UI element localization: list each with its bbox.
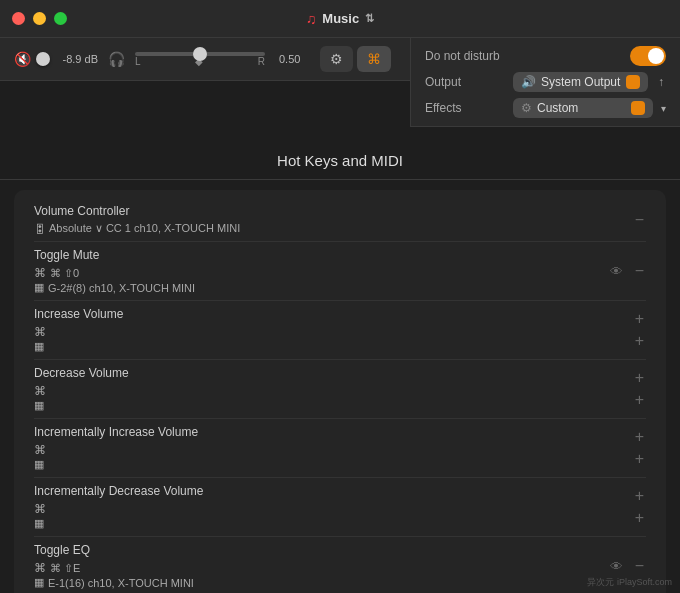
hk-name: Toggle Mute [34,248,195,262]
list-item: Increase Volume ⌘ ▦ + + [34,301,646,360]
hk-name: Increase Volume [34,307,123,321]
list-item: Incrementally Decrease Volume ⌘ ▦ + + [34,478,646,537]
hk-row: Toggle EQ ⌘ ⌘ ⇧E ▦ E-1(16) ch10, X-TOUCH… [34,543,646,589]
hk-shortcut-midi: ▦ [34,340,123,353]
hk-minus-button[interactable]: − [633,262,646,280]
balance-left-label: L [135,56,141,67]
hk-row: Increase Volume ⌘ ▦ + + [34,307,646,353]
hk-shortcuts: Toggle Mute ⌘ ⌘ ⇧0 ▦ G-2#(8) ch10, X-TOU… [34,248,195,294]
title-bar: ♫ Music ⇅ [0,0,680,38]
cmd-icon: ⌘ [34,443,46,457]
volume-thumb[interactable] [36,52,50,66]
hk-actions: 👁 − [608,557,646,575]
list-item: Incrementally Increase Volume ⌘ ▦ + + [34,419,646,478]
hk-plus-button[interactable]: + [633,509,646,527]
headphone-icon: 🎧 [108,51,125,67]
list-item: Toggle EQ ⌘ ⌘ ⇧E ▦ E-1(16) ch10, X-TOUCH… [34,537,646,593]
hk-actions: + + [633,369,646,409]
effects-row: Effects ⚙ Custom ▾ [425,98,666,118]
app-title: ♫ Music ⇅ [306,11,374,27]
hk-plus-button[interactable]: + [633,487,646,505]
hk-minus-button[interactable]: − [633,211,646,229]
hk-name: Incrementally Decrease Volume [34,484,203,498]
dnd-toggle-track[interactable] [630,46,666,66]
balance-thumb[interactable] [193,47,207,61]
minimize-button[interactable] [33,12,46,25]
hk-shortcuts: Incrementally Decrease Volume ⌘ ▦ [34,484,203,530]
hk-shortcut-text: ⌘ ⇧0 [50,267,79,280]
cmd-icon: ⌘ [34,384,46,398]
hk-shortcut: ⌘ ⌘ ⇧E [34,561,194,575]
hk-row: Decrease Volume ⌘ ▦ + + [34,366,646,412]
midi-icon: ▦ [34,281,44,294]
hk-eye-button[interactable]: 👁 [608,264,625,279]
right-panel: Do not disturb Output 🔊 System Output ↑ … [410,38,680,127]
list-item: Decrease Volume ⌘ ▦ + + [34,360,646,419]
effects-value: Custom [537,101,578,115]
dnd-toggle[interactable] [630,46,666,66]
speaker-icon: 🔊 [521,75,536,89]
hk-plus-button[interactable]: + [633,450,646,468]
hk-eye-button[interactable]: 👁 [608,559,625,574]
hk-row: Toggle Mute ⌘ ⌘ ⇧0 ▦ G-2#(8) ch10, X-TOU… [34,248,646,294]
hk-shortcut: ⌘ [34,384,129,398]
hotkeys-list: Volume Controller 🎛 Absolute ∨ CC 1 ch10… [14,190,666,593]
hk-shortcut-text: ⌘ ⇧E [50,562,80,575]
midi-icon: ▦ [34,399,44,412]
equalizer-tab[interactable]: ⚙ [320,46,353,72]
mute-icon[interactable]: 🔇 [14,51,31,67]
hk-shortcut: 🎛 Absolute ∨ CC 1 ch10, X-TOUCH MINI [34,222,240,235]
midi-icon: ▦ [34,340,44,353]
hk-plus-button[interactable]: + [633,369,646,387]
close-button[interactable] [12,12,25,25]
cmd-icon: ⌘ [34,325,46,339]
hk-actions: + + [633,428,646,468]
hk-plus-button[interactable]: + [633,310,646,328]
hk-plus-button[interactable]: + [633,391,646,409]
cmd-icon: ⌘ [34,502,46,516]
list-item: Toggle Mute ⌘ ⌘ ⇧0 ▦ G-2#(8) ch10, X-TOU… [34,242,646,301]
hk-shortcut: ⌘ [34,502,203,516]
hk-plus-button[interactable]: + [633,428,646,446]
do-not-disturb-row: Do not disturb [425,46,666,66]
hk-row: Incrementally Increase Volume ⌘ ▦ + + [34,425,646,471]
hk-shortcut-midi: ▦ [34,517,203,530]
hotkeys-tab[interactable]: ⌘ [357,46,391,72]
hk-shortcut-midi: ▦ G-2#(8) ch10, X-TOUCH MINI [34,281,195,294]
hk-shortcut-midi: ▦ [34,399,129,412]
output-orange-badge [626,75,640,89]
hk-actions: + + [633,487,646,527]
sort-icon[interactable]: ⇅ [365,12,374,25]
balance-right-label: R [258,56,265,67]
cmd-icon: ⌘ [34,561,46,575]
output-selector[interactable]: 🔊 System Output [513,72,648,92]
midi-icon: ▦ [34,576,44,589]
effects-chevron-icon[interactable]: ▾ [661,103,666,114]
hk-minus-button[interactable]: − [633,557,646,575]
hk-shortcut: ⌘ ⌘ ⇧0 [34,266,195,280]
hk-shortcut-midi: ▦ [34,458,198,471]
effects-selector[interactable]: ⚙ Custom [513,98,653,118]
volume-db-label: -8.9 dB [53,53,98,65]
hk-plus-button[interactable]: + [633,332,646,350]
hk-actions: 👁 − [608,262,646,280]
tab-buttons: ⚙ ⌘ [320,46,391,72]
effects-orange-badge [631,101,645,115]
maximize-button[interactable] [54,12,67,25]
hk-shortcuts: Increase Volume ⌘ ▦ [34,307,123,353]
midi-icon: ▦ [34,517,44,530]
balance-slider[interactable] [135,52,265,56]
hotkeys-section: Hot Keys and MIDI Volume Controller 🎛 Ab… [0,140,680,593]
hk-row: Incrementally Decrease Volume ⌘ ▦ + + [34,484,646,530]
watermark: 异次元 iPlaySoft.com [587,576,672,589]
hk-name: Volume Controller [34,204,240,218]
hk-row: Volume Controller 🎛 Absolute ∨ CC 1 ch10… [34,204,646,235]
hk-actions: + + [633,310,646,350]
output-upload-button[interactable]: ↑ [656,75,666,89]
balance-value: 0.50 [279,53,300,65]
hk-shortcut-text: G-2#(8) ch10, X-TOUCH MINI [48,282,195,294]
list-item: Volume Controller 🎛 Absolute ∨ CC 1 ch10… [34,198,646,242]
hk-shortcuts: Decrease Volume ⌘ ▦ [34,366,129,412]
traffic-lights [12,12,67,25]
hk-shortcut: ⌘ [34,443,198,457]
